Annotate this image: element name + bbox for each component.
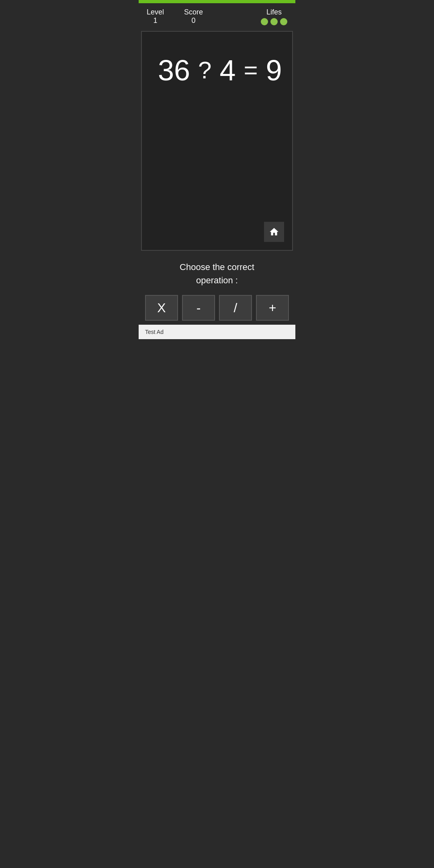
header: Level 1 Score 0 Lifes (139, 3, 295, 29)
operation-divide-label: / (234, 301, 237, 315)
operation-add-label: + (269, 301, 276, 315)
home-button[interactable] (264, 222, 284, 242)
level-value: 1 (154, 16, 158, 25)
life-dot-3 (280, 18, 287, 25)
operation-multiply-button[interactable]: X (145, 295, 178, 321)
equation-number1: 36 (158, 56, 190, 85)
operations-row: X - / + (139, 291, 295, 325)
operation-subtract-button[interactable]: - (182, 295, 215, 321)
life-dot-1 (261, 18, 268, 25)
home-icon (269, 227, 279, 237)
operation-multiply-label: X (157, 301, 166, 315)
lifes-dots (261, 18, 287, 25)
instruction-text: Choose the correct operation : (139, 252, 295, 291)
ad-area: Test Ad (139, 325, 295, 339)
top-bar (139, 0, 295, 3)
equation-operator: ? (198, 58, 211, 82)
lifes-block: Lifes (261, 8, 287, 25)
equation-equals: = (244, 58, 258, 82)
level-label: Level (147, 8, 164, 16)
score-value: 0 (192, 16, 196, 25)
instruction-line2: operation : (196, 275, 238, 285)
operation-subtract-label: - (197, 301, 201, 315)
level-block: Level 1 (147, 8, 164, 25)
equation-display: 36 ? 4 = 9 (142, 32, 292, 85)
equation-number2: 4 (219, 56, 235, 85)
score-label: Score (184, 8, 203, 16)
ad-text: Test Ad (145, 329, 164, 335)
instruction-line1: Choose the correct (180, 262, 254, 272)
life-dot-2 (270, 18, 278, 25)
operation-divide-button[interactable]: / (219, 295, 252, 321)
game-area: 36 ? 4 = 9 (141, 31, 293, 251)
equation-result: 9 (266, 56, 282, 85)
lifes-label: Lifes (266, 8, 282, 16)
score-block: Score 0 (184, 8, 203, 25)
operation-add-button[interactable]: + (256, 295, 289, 321)
